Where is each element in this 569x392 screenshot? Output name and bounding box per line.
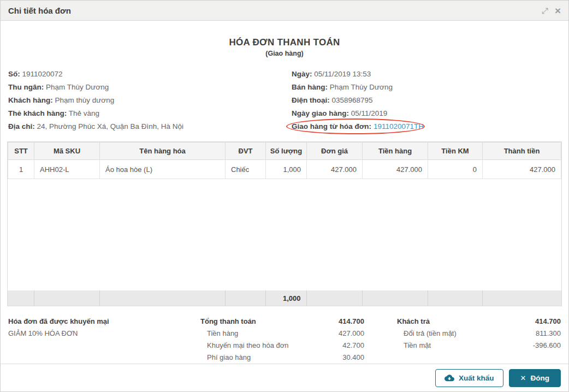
info-value: Phạm Thùy Dương (46, 83, 109, 91)
col-header-so-luong: Số lượng (266, 142, 307, 160)
info-row-giao-hang-tu-hoa-don: Giao hàng từ hóa đơn: 1911020071TH (292, 120, 561, 133)
invoice-detail-modal: Chi tiết hóa đơn ⤢ × HÓA ĐƠN THANH TOÁN … (0, 0, 569, 392)
header-icons: ⤢ × (542, 5, 561, 16)
total-cell-empty (306, 290, 362, 306)
col-header-ten-hang-hoa: Tên hàng hóa (100, 142, 226, 160)
table-totals-row: 1,000 (8, 290, 561, 306)
cell-sku: AHH02-L (34, 160, 100, 179)
total-cell-empty (428, 290, 482, 306)
info-row-dien-thoai: Điện thoại: 0358968795 (292, 94, 561, 107)
summary-label: Tiền mặt (397, 340, 533, 352)
summary-label: Khuyến mại theo hóa đơn (200, 340, 342, 352)
summary-label: Tổng thanh toán (200, 316, 339, 328)
customer-payment-summary: Khách trả 414.700 Đổi trả (tiền mặt) 811… (397, 316, 561, 364)
total-quantity: 1,000 (265, 290, 306, 306)
summary-label: Khách trả (397, 316, 535, 328)
export-button-label: Xuất khẩu (459, 374, 494, 382)
close-x-icon: ✕ (520, 374, 526, 382)
col-header-don-gia: Đơn giá (307, 142, 363, 160)
info-label: Khách hàng: (8, 96, 53, 104)
payment-summary: Tổng thanh toán 414.700 Tiền hàng 427.00… (200, 316, 364, 364)
promotion-note: Hóa đơn đã được khuyến mại GIẢM 10% HÓA … (8, 316, 200, 364)
total-cell-empty (362, 290, 428, 306)
summary-value: 427.000 (339, 328, 364, 340)
info-row-khach-hang: Khách hàng: Phạm thùy dương (8, 94, 292, 107)
total-cell-empty (34, 290, 99, 306)
source-invoice-link[interactable]: 1911020071TH (374, 122, 424, 130)
info-column-right: Ngày: 05/11/2019 13:53 Bán hàng: Phạm Th… (292, 68, 561, 133)
cell-ten-hang-hoa: Áo hoa hòe (L) (100, 160, 226, 179)
total-cell-empty (99, 290, 225, 306)
modal-title: Chi tiết hóa đơn (8, 6, 71, 15)
summary-row-khach-tra: Khách trả 414.700 (397, 316, 561, 328)
close-button[interactable]: ✕ Đóng (509, 369, 561, 387)
info-value: 0358968795 (332, 96, 373, 104)
info-label: Ngày giao hàng: (292, 109, 349, 117)
info-label: Điện thoại: (292, 96, 330, 104)
summary-label: Tiền hàng (200, 328, 339, 340)
table-header-row: STT Mã SKU Tên hàng hóa ĐVT Số lượng Đơn… (8, 142, 561, 160)
info-label: Địa chỉ: (8, 122, 35, 130)
close-button-label: Đóng (531, 374, 550, 382)
info-value: 1911020072 (22, 70, 63, 78)
close-icon[interactable]: × (555, 5, 561, 16)
modal-footer: Xuất khẩu ✕ Đóng (1, 364, 568, 391)
info-value: 24, Phường Phúc Xá, Quận Ba Đình, Hà Nội (37, 122, 184, 130)
summary-value: -396.600 (533, 340, 561, 352)
cell-tien-km: 0 (428, 160, 483, 179)
expand-icon[interactable]: ⤢ (542, 7, 548, 15)
cell-dvt: Chiếc (226, 160, 266, 179)
info-row-ngay: Ngày: 05/11/2019 13:53 (292, 68, 561, 81)
col-header-sku: Mã SKU (34, 142, 100, 160)
summary-row-doi-tra: Đổi trả (tiền mặt) 811.300 (397, 328, 561, 340)
cloud-download-icon (444, 375, 454, 382)
invoice-title: HÓA ĐƠN THANH TOÁN (1, 37, 568, 48)
summary-value: 30.400 (342, 352, 364, 364)
info-row-the-khach-hang: Thẻ khách hàng: Thẻ vàng (8, 107, 292, 120)
total-cell-empty (8, 290, 34, 306)
summary-value: 811.300 (536, 328, 561, 340)
info-row-thu-ngan: Thu ngân: Phạm Thùy Dương (8, 81, 292, 94)
items-table-block: STT Mã SKU Tên hàng hóa ĐVT Số lượng Đơn… (7, 141, 562, 306)
cell-don-gia: 427.000 (307, 160, 363, 179)
info-value: 05/11/2019 (351, 109, 388, 117)
summary-row-phi-giao-hang: Phí giao hàng 30.400 (200, 352, 364, 364)
summary-row-tien-mat: Tiền mặt -396.600 (397, 340, 561, 352)
table-empty-area (8, 179, 561, 289)
info-label: Thu ngân: (8, 83, 44, 91)
summary-value: 414.700 (535, 316, 561, 328)
summary-label: Phí giao hàng (200, 352, 342, 364)
info-column-left: Số: 1911020072 Thu ngân: Phạm Thùy Dương… (8, 68, 292, 133)
summary-value: 414.700 (339, 316, 364, 328)
info-value: Phạm thùy dương (55, 96, 115, 104)
items-table: STT Mã SKU Tên hàng hóa ĐVT Số lượng Đơn… (8, 142, 561, 179)
total-cell-empty (482, 290, 561, 306)
total-cell-empty (225, 290, 265, 306)
info-row-so: Số: 1911020072 (8, 68, 292, 81)
col-header-tien-hang: Tiền hàng (363, 142, 428, 160)
summary-label: Đổi trả (tiền mặt) (397, 328, 536, 340)
col-header-dvt: ĐVT (226, 142, 266, 160)
info-value: 05/11/2019 13:53 (314, 70, 371, 78)
cell-tien-hang: 427.000 (363, 160, 428, 179)
summary-value: 42.700 (342, 340, 364, 352)
invoice-info-section: Số: 1911020072 Thu ngân: Phạm Thùy Dương… (1, 68, 568, 133)
table-row: 1 AHH02-L Áo hoa hòe (L) Chiếc 1,000 427… (8, 160, 561, 179)
invoice-subtitle: (Giao hàng) (1, 50, 568, 57)
summary-row-tien-hang: Tiền hàng 427.000 (200, 328, 364, 340)
info-label: Bán hàng: (292, 83, 328, 91)
info-label: Số: (8, 70, 20, 78)
cell-thanh-tien: 427.000 (483, 160, 561, 179)
modal-header: Chi tiết hóa đơn ⤢ × (1, 1, 568, 21)
cell-stt: 1 (8, 160, 34, 179)
promotion-note-title: Hóa đơn đã được khuyến mại (8, 316, 200, 328)
col-header-tien-km: Tiền KM (428, 142, 483, 160)
cell-so-luong: 1,000 (266, 160, 307, 179)
export-button[interactable]: Xuất khẩu (435, 369, 503, 387)
summary-row-khuyen-mai: Khuyến mại theo hóa đơn 42.700 (200, 340, 364, 352)
col-header-stt: STT (8, 142, 34, 160)
info-row-ngay-giao-hang: Ngày giao hàng: 05/11/2019 (292, 107, 561, 120)
info-label: Ngày: (292, 70, 312, 78)
info-label: Giao hàng từ hóa đơn: (292, 122, 371, 130)
col-header-thanh-tien: Thành tiền (483, 142, 561, 160)
